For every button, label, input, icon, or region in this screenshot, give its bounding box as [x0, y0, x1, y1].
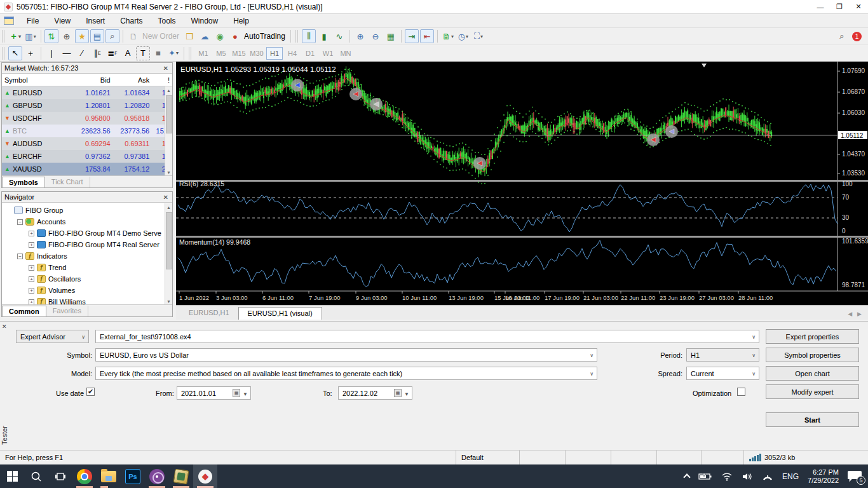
expand-icon[interactable]: + [29, 288, 34, 294]
tabs-scroll-left-icon[interactable]: ◀ [848, 311, 852, 317]
toolbar-grip-3[interactable] [2, 47, 6, 60]
tabs-scroll-right-icon[interactable]: ▶ [857, 311, 862, 317]
tab-common[interactable]: Common [2, 306, 46, 316]
symbol-select[interactable]: EURUSD, Euro vs US Dollar∨ [95, 348, 597, 362]
menu-item-view[interactable]: View [46, 15, 78, 27]
to-date-field[interactable]: 2022.12.02▦▼ [338, 386, 412, 400]
mt-app-taskbar-button[interactable] [169, 464, 193, 488]
templates-button[interactable]: ⛶▾ [471, 29, 485, 43]
toolbar-grip-4[interactable] [189, 47, 193, 60]
market-watch-scrollbar[interactable]: ▲ ▼ [165, 86, 172, 176]
tab-tick-chart[interactable]: Tick Chart [45, 177, 90, 187]
wifi-icon[interactable] [721, 472, 733, 481]
action-center-button[interactable]: 5 [848, 471, 862, 482]
profiles-button[interactable]: ▥▾ [24, 29, 37, 43]
collapse-icon[interactable]: − [17, 254, 23, 259]
cursor-tool[interactable]: ↖ [8, 46, 22, 60]
start-button-windows[interactable] [0, 464, 24, 488]
col-ask[interactable]: Ask [111, 76, 150, 84]
tray-chevron-icon[interactable] [684, 473, 689, 480]
market-watch-row[interactable]: ▼AUDUSD0.692940.6931117 [2, 137, 172, 150]
new-chart-button[interactable]: ＋▾ [8, 29, 22, 43]
navigator-titlebar[interactable]: Navigator ✕ [2, 192, 172, 203]
market-watch-row[interactable]: ▲EURUSD1.016211.0163413 [2, 86, 172, 99]
photoshop-taskbar-button[interactable]: Ps [121, 464, 145, 488]
arrows-tool[interactable]: ✦▾ [166, 46, 180, 60]
scroll-up-icon[interactable]: ▲ [165, 86, 172, 94]
tree-item-trend[interactable]: +fTrend [2, 262, 172, 273]
expand-icon[interactable]: + [29, 265, 34, 271]
metaeditor-icon[interactable]: ❒ [182, 29, 196, 43]
strategy-tester-toggle[interactable]: ⌕ [105, 29, 119, 43]
expand-icon[interactable]: + [29, 276, 34, 282]
periods-button[interactable]: ◷▾ [456, 29, 470, 43]
autotrading-button[interactable]: AutoTrading [244, 32, 285, 41]
market-watch-titlebar[interactable]: Market Watch: 16:57:23 ✕ [2, 63, 172, 74]
tree-item-accounts[interactable]: −Accounts [2, 216, 172, 227]
navigator-close-icon[interactable]: ✕ [162, 194, 170, 201]
chart-tab-eurusd-h1[interactable]: EURUSD,H1 [180, 307, 238, 320]
text-label-tool[interactable]: T [136, 46, 150, 60]
chrome-taskbar-button[interactable] [72, 464, 97, 488]
start-button[interactable]: Start [766, 412, 859, 427]
open-chart-button[interactable]: Open chart [766, 366, 859, 381]
close-button[interactable]: ✕ [849, 0, 868, 14]
tree-item-fibo-fibo-group-mt4-real-server[interactable]: +FIBO-FIBO Group MT4 Real Server [2, 239, 172, 250]
tab-symbols[interactable]: Symbols [2, 177, 45, 187]
timeframe-m5[interactable]: M5 [213, 47, 229, 60]
taskbar-clock[interactable]: 6:27 PM 7/29/2022 [808, 468, 839, 485]
menu-item-window[interactable]: Window [184, 15, 226, 27]
market-watch-row[interactable]: ▲XAUUSD1753.841754.1228 [2, 163, 172, 175]
calendar-icon-2[interactable]: ▦ [394, 389, 402, 397]
publish-chart-icon[interactable]: ☁ [198, 29, 212, 43]
expand-icon[interactable]: + [29, 231, 34, 236]
explorer-taskbar-button[interactable] [97, 464, 121, 488]
navigator-scrollbar[interactable]: ▲ ▼ [165, 203, 172, 305]
tree-item-fibo-fibo-group-mt4-demo-serve[interactable]: +FIBO-FIBO Group MT4 Demo Serve [2, 227, 172, 239]
timeframe-m30[interactable]: M30 [248, 47, 265, 60]
market-watch-close-icon[interactable]: ✕ [162, 65, 170, 72]
menu-item-tools[interactable]: Tools [151, 15, 184, 27]
fibonacci-tool[interactable]: ≣F [105, 46, 119, 60]
chart-shift-button[interactable]: ⇤ [420, 29, 434, 43]
line-chart-button[interactable]: ∿ [332, 29, 346, 43]
timeframe-mn[interactable]: MN [337, 47, 354, 60]
period-select[interactable]: H1∨ [686, 348, 759, 362]
menu-item-help[interactable]: Help [226, 15, 257, 27]
symbol-properties-button[interactable]: Symbol properties [766, 348, 859, 362]
chart-area[interactable]: EURUSD,H1 1.05293 1.05319 1.05044 1.0511… [176, 62, 868, 305]
chart-tab-eurusd-h1-visual-[interactable]: EURUSD,H1 (visual) [238, 307, 322, 320]
market-watch-row[interactable]: ▲GBPUSD1.208011.2082019 [2, 99, 172, 112]
modify-expert-button[interactable]: Modify expert [766, 384, 859, 399]
calendar-icon[interactable]: ▦ [233, 389, 240, 397]
expand-icon[interactable]: + [29, 242, 34, 248]
menu-item-charts[interactable]: Charts [112, 15, 150, 27]
status-profile[interactable]: Default [456, 451, 519, 464]
collapse-icon[interactable]: − [17, 219, 23, 225]
signals-icon[interactable]: ◉ [213, 29, 227, 43]
expert-path-select[interactable]: External_for_test\971008.ex4∨ [95, 330, 759, 343]
tor-taskbar-button[interactable] [145, 464, 169, 488]
tester-close-icon[interactable]: ✕ [2, 323, 7, 330]
col-spread[interactable]: ! [149, 76, 172, 84]
zoom-out-button[interactable]: ⊖ [369, 29, 383, 43]
toolbar-grip-2[interactable] [295, 30, 299, 43]
shapes-tool[interactable]: ■ [151, 46, 165, 60]
tile-windows-button[interactable]: ▦ [384, 29, 398, 43]
ea-type-select[interactable]: Expert Advisor∨ [16, 330, 89, 343]
market-watch-row[interactable]: ▲EURCHF0.973620.9738119 [2, 150, 172, 163]
use-date-checkbox[interactable]: ✔ [86, 388, 95, 396]
from-date-field[interactable]: 2021.01.01▦▼ [177, 386, 251, 400]
timeframe-w1[interactable]: W1 [320, 47, 336, 60]
market-watch-row[interactable]: ▼USDCHF0.958000.9581818 [2, 112, 172, 125]
taskbar-search-button[interactable] [24, 464, 48, 488]
col-bid[interactable]: Bid [65, 76, 110, 84]
auto-scroll-button[interactable]: ⇥ [405, 29, 419, 43]
tab-favorites[interactable]: Favorites [46, 306, 88, 316]
task-view-button[interactable] [48, 464, 72, 488]
tree-item-fibo-group[interactable]: FIBO Group [2, 205, 172, 216]
notifications-badge[interactable]: 1 [852, 32, 862, 41]
nav-scroll-up-icon[interactable]: ▲ [165, 203, 172, 211]
crosshair-tool[interactable]: ＋ [24, 46, 37, 60]
horizontal-line-tool[interactable]: — [60, 46, 74, 60]
